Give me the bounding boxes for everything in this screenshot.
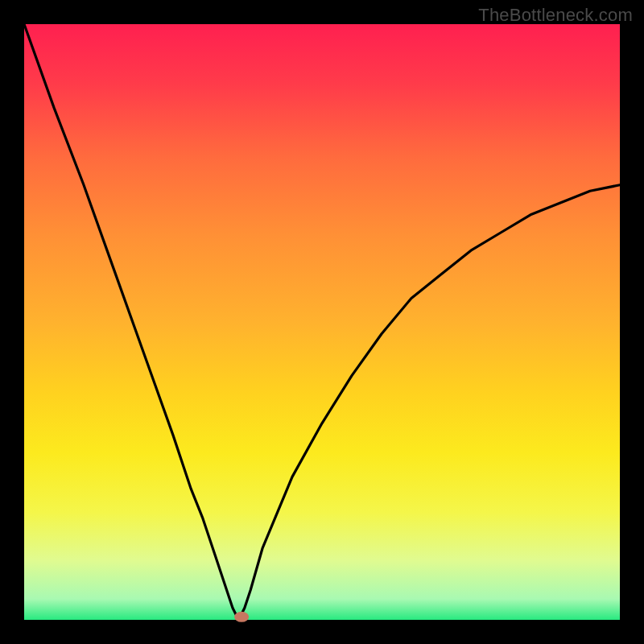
watermark-text: TheBottleneck.com bbox=[478, 5, 633, 26]
chart-frame: TheBottleneck.com bbox=[0, 0, 644, 644]
plot-area bbox=[24, 24, 620, 620]
minimum-marker bbox=[234, 612, 249, 622]
bottleneck-chart bbox=[0, 0, 644, 644]
